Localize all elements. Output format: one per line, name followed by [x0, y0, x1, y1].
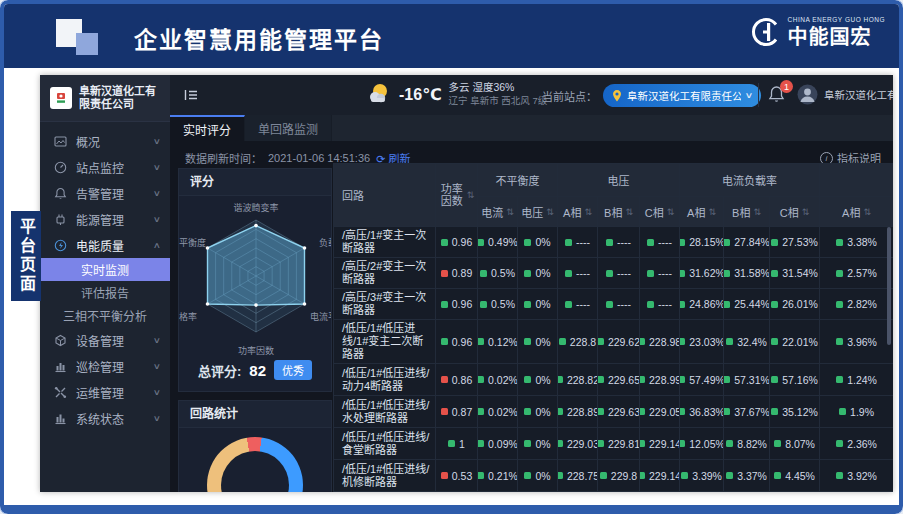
sidebar-item-overview[interactable]: 概况∨: [40, 128, 170, 154]
col-header-A相[interactable]: A相⇅: [558, 197, 598, 227]
sidebar-item-label: 能源管理: [76, 211, 154, 228]
overview-icon: [53, 134, 67, 148]
cell-value: 0%: [518, 320, 558, 364]
cell-value: 31.58%: [724, 258, 770, 289]
col-header-A相[interactable]: A相⇅: [820, 197, 893, 227]
table-row[interactable]: /高压/1#变主一次断路器0.960.49%0%------------28.1…: [334, 227, 894, 258]
sidebar-item-label: 告警管理: [76, 185, 154, 202]
col-header-电压[interactable]: 电压⇅: [518, 197, 558, 227]
sort-icon[interactable]: ⇅: [467, 190, 475, 200]
cell-value: 0.49%: [478, 227, 518, 258]
table-row[interactable]: /低压/1#低压进线/动力4断路器0.860.02%0%228.82229.65…: [334, 364, 894, 396]
sort-icon[interactable]: ⇅: [753, 207, 761, 217]
status-dot: [606, 301, 613, 308]
table-row[interactable]: /低压/1#低压进线/水处理断路器0.870.02%0%228.89229.63…: [334, 396, 894, 428]
col-header-C相[interactable]: C相⇅: [640, 197, 680, 227]
sidebar-item-label: 巡检管理: [76, 358, 154, 375]
sidebar-item-inspection-management[interactable]: 巡检管理∨: [40, 353, 170, 379]
status-dot: [598, 376, 604, 383]
status-dot: [774, 440, 781, 447]
station-select[interactable]: 阜新汉道化工有限责任公司 ∨: [603, 84, 761, 107]
table-row[interactable]: /高压/2#变主一次断路器0.890.5%0%------------31.62…: [334, 258, 894, 289]
col-header-power-factor[interactable]: 功率因数⇅: [436, 164, 478, 227]
status-dot: [724, 301, 731, 308]
sort-icon[interactable]: ⇅: [667, 207, 675, 217]
status-dot: [647, 239, 654, 246]
page-side-label: 平台页面: [11, 211, 41, 301]
col-header-A相[interactable]: A相⇅: [680, 197, 724, 227]
sidebar-item-alarm-management[interactable]: 告警管理∨: [40, 180, 170, 206]
table-row[interactable]: /高压/3#变主一次断路器0.960.5%0%------------24.86…: [334, 289, 894, 320]
notification-bell[interactable]: 1: [768, 85, 788, 105]
notification-badge: 1: [780, 80, 793, 93]
cell-value: 0.12%: [478, 320, 518, 364]
cell-value: 229.03: [558, 428, 598, 460]
cell-value: 0.87: [436, 396, 478, 428]
weather-icon: [366, 82, 392, 106]
col-header-B相[interactable]: B相⇅: [724, 197, 770, 227]
sidebar-item-label: 运维管理: [76, 384, 154, 401]
cell-value: 0.02%: [478, 364, 518, 396]
collapse-sidebar-icon[interactable]: [183, 87, 199, 107]
platform-logo: [56, 19, 104, 57]
cell-value: 24.86%: [680, 289, 724, 320]
status-dot: [724, 270, 731, 277]
sort-icon[interactable]: ⇅: [863, 207, 871, 217]
cell-value: ----: [640, 258, 680, 289]
tab-single-circuit[interactable]: 单回路监测: [245, 115, 332, 141]
score-panel: 评分 谐波畸变率 负载率 电流平衡 功率因数 合格率 不平衡度 总评分: 82 …: [178, 168, 332, 392]
sidebar-subitem-realtime-monitoring[interactable]: 实时监测: [40, 258, 170, 281]
status-dot: [726, 440, 733, 447]
table-row[interactable]: /低压/1#低压进线/锅炉断路器0.870.06%0%228.81229.832…: [334, 492, 894, 493]
table-row[interactable]: /低压/1#低压进线/食堂断路器10.09%0%229.03229.81229.…: [334, 428, 894, 460]
col-group-3: [820, 164, 893, 197]
sidebar-subitem-evaluation-report[interactable]: 评估报告: [40, 281, 170, 304]
total-score-row: 总评分: 82 优秀: [179, 360, 331, 380]
sidebar-item-device-management[interactable]: 设备管理∨: [40, 327, 170, 353]
circuit-donut-chart: [207, 437, 303, 492]
sort-icon[interactable]: ⇅: [546, 207, 554, 217]
user-menu[interactable]: 阜新汉道化工有限责任公司: [797, 84, 893, 105]
sort-icon[interactable]: ⇅: [506, 207, 514, 217]
status-dot: [836, 239, 843, 246]
status-dot: [680, 270, 686, 277]
status-dot: [558, 472, 563, 479]
status-dot: [598, 338, 604, 345]
circuit-name: /高压/3#变主一次断路器: [334, 289, 436, 320]
status-dot: [774, 472, 781, 479]
tab-realtime-score[interactable]: 实时评分: [170, 115, 245, 141]
brand-name-en: CHINA ENERGY GUO HONG: [788, 17, 885, 24]
cell-value: 3.37%: [724, 460, 770, 492]
sidebar-item-ops-management[interactable]: 运维管理∨: [40, 379, 170, 405]
topbar-divider: [758, 83, 759, 107]
sort-icon[interactable]: ⇅: [802, 207, 810, 217]
topbar: -16℃ 多云 湿度36% 辽宁 阜新市 西北风 7级 当前站点： 阜新汉道化工…: [170, 75, 893, 116]
status-dot: [559, 338, 566, 345]
cell-value: ----: [598, 289, 640, 320]
sidebar-item-system-status[interactable]: 系统状态∨: [40, 405, 170, 431]
table-scrollbar[interactable]: [887, 227, 891, 345]
sort-icon[interactable]: ⇅: [708, 207, 716, 217]
status-dot: [771, 270, 778, 277]
sidebar-subitem-three-phase-imbalance[interactable]: 三相不平衡分析: [40, 304, 170, 327]
chevron-down-icon: ∨: [153, 163, 161, 172]
sort-icon[interactable]: ⇅: [625, 207, 633, 217]
status-dot: [836, 472, 843, 479]
cell-value: 229.62: [598, 320, 640, 364]
cell-value: 4.45%: [770, 460, 820, 492]
col-header-B相[interactable]: B相⇅: [598, 197, 640, 227]
sidebar-item-station-monitoring[interactable]: 站点监控∨: [40, 154, 170, 180]
cell-value: 0%: [518, 227, 558, 258]
sort-icon[interactable]: ⇅: [584, 207, 592, 217]
circuit-name: /低压/1#低压进线/机修断路器: [334, 460, 436, 492]
sidebar-item-power-quality[interactable]: 电能质量∧: [40, 232, 170, 258]
sidebar-item-energy-management[interactable]: 能源管理∨: [40, 206, 170, 232]
cell-value: 228.75: [558, 460, 598, 492]
status-dot: [839, 408, 846, 415]
col-header-电流[interactable]: 电流⇅: [478, 197, 518, 227]
col-header-C相[interactable]: C相⇅: [770, 197, 820, 227]
weather-location: 辽宁 阜新市 西北风 7级: [449, 94, 548, 107]
table-row[interactable]: /低压/1#低压进线/1#变主二次断路器0.960.12%0%228.8229.…: [334, 320, 894, 364]
table-row[interactable]: /低压/1#低压进线/机修断路器0.530.21%0%228.75229.822…: [334, 460, 894, 492]
weather-summary: 多云 湿度36%: [449, 81, 548, 94]
